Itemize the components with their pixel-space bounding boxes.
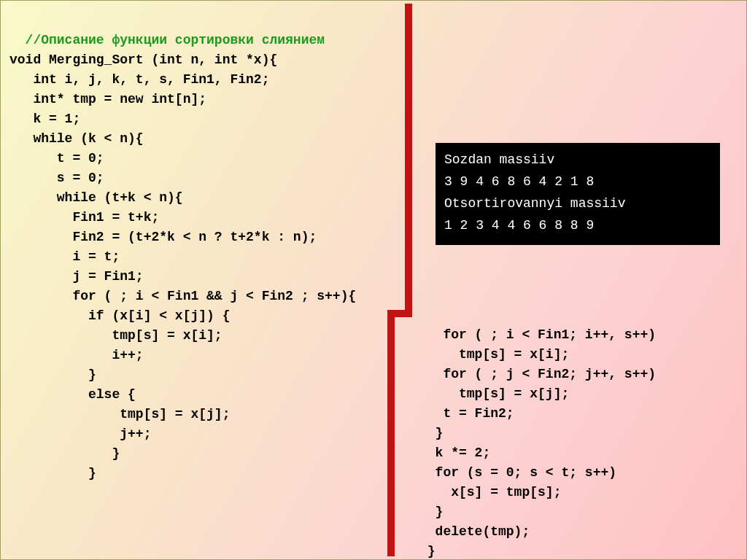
code-comment: //Описание функции сортировки слиянием [26,33,325,47]
console-line-2: 3 9 4 6 8 6 4 2 1 8 [444,171,711,192]
code-block-left: //Описание функции сортировки слиянием v… [9,11,356,483]
console-line-3: Otsortirovannyi massiiv [444,192,711,214]
code-block-right: for ( ; i < Fin1; i++, s++) tmp[s] = x[i… [419,325,656,560]
divider-vertical-bottom [387,316,395,556]
console-line-4: 1 2 3 4 4 6 6 8 8 9 [444,214,711,236]
console-line-1: Sozdan massiiv [444,149,711,171]
divider-vertical-top [405,4,412,316]
console-output: Sozdan massiiv 3 9 4 6 8 6 4 2 1 8 Otsor… [436,143,720,245]
code-body-left: void Merging_Sort (int n, int *x){ int i… [9,52,356,481]
